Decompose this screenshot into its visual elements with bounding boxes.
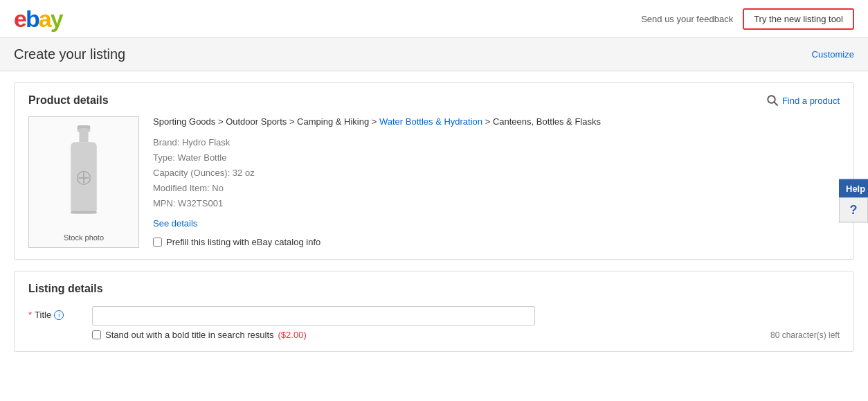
listing-details-section: Listing details * Title i Stand out with… [14, 271, 854, 352]
help-question-icon[interactable]: ? [839, 197, 868, 222]
page-title-bar: Create your listing Customize [0, 38, 868, 71]
section-header: Product details Find a product [28, 94, 840, 107]
prefill-label: Prefill this listing with eBay catalog i… [166, 237, 320, 247]
svg-point-0 [768, 96, 775, 103]
help-widget: Help ? [839, 179, 868, 222]
spec-brand: Brand: Hydro Flask [153, 135, 840, 150]
find-product-label: Find a product [782, 96, 840, 106]
breadcrumb-highlight: Water Bottles & Hydration [379, 116, 482, 127]
product-specs: Brand: Hydro Flask Type: Water Bottle Ca… [153, 135, 840, 211]
header: ebay Send us your feedback Try the new l… [0, 0, 868, 38]
find-product-link[interactable]: Find a product [766, 94, 840, 107]
title-info-icon[interactable]: i [54, 310, 64, 320]
bold-title-row: Stand out with a bold title in search re… [92, 330, 840, 340]
svg-rect-9 [71, 211, 97, 214]
breadcrumb-part1: Sporting Goods > Outdoor Sports > Campin… [153, 116, 379, 127]
title-label: * Title i [28, 306, 84, 320]
listing-details-title: Listing details [28, 283, 840, 295]
bold-title-price: ($2.00) [278, 330, 307, 340]
customize-link[interactable]: Customize [812, 49, 854, 60]
stock-photo-label: Stock photo [64, 233, 104, 242]
help-button[interactable]: Help [839, 179, 868, 197]
breadcrumb-part2: > Canteens, Bottles & Flasks [482, 116, 601, 127]
spec-mpn: MPN: W32TS001 [153, 196, 840, 211]
see-details-link[interactable]: See details [153, 218, 197, 229]
svg-line-1 [775, 103, 778, 106]
product-details-section: Product details Find a product [14, 82, 854, 260]
required-star: * [28, 310, 32, 320]
spec-type: Type: Water Bottle [153, 150, 840, 166]
logo-y: y [51, 6, 62, 32]
prefill-row: Prefill this listing with eBay catalog i… [153, 237, 840, 247]
product-image-box: Stock photo [28, 116, 139, 248]
svg-rect-4 [79, 130, 88, 142]
spec-modified: Modified Item: No [153, 181, 840, 196]
feedback-link[interactable]: Send us your feedback [641, 14, 733, 24]
spec-capacity: Capacity (Ounces): 32 oz [153, 166, 840, 181]
logo-e: e [14, 6, 26, 32]
page-title: Create your listing [14, 46, 125, 62]
product-details-title: Product details [28, 94, 109, 107]
product-content: Stock photo Sporting Goods > Outdoor Spo… [28, 116, 840, 248]
bold-title-label: Stand out with a bold title in search re… [105, 330, 274, 340]
title-label-text: Title [35, 310, 51, 320]
bold-title-checkbox[interactable] [92, 330, 101, 339]
search-icon [766, 94, 779, 107]
prefill-checkbox[interactable] [153, 238, 162, 247]
bottle-image [56, 124, 111, 228]
logo-a: a [39, 6, 51, 32]
ebay-logo: ebay [14, 7, 62, 30]
title-field-row: * Title i [28, 306, 840, 326]
header-actions: Send us your feedback Try the new listin… [641, 8, 854, 30]
logo-b: b [26, 6, 39, 32]
breadcrumb: Sporting Goods > Outdoor Sports > Campin… [153, 116, 840, 127]
title-input[interactable] [92, 306, 535, 326]
product-info: Sporting Goods > Outdoor Sports > Campin… [153, 116, 840, 248]
chars-left: 80 character(s) left [770, 330, 840, 340]
new-listing-button[interactable]: Try the new listing tool [743, 8, 854, 30]
main-content: Product details Find a product [0, 71, 868, 374]
